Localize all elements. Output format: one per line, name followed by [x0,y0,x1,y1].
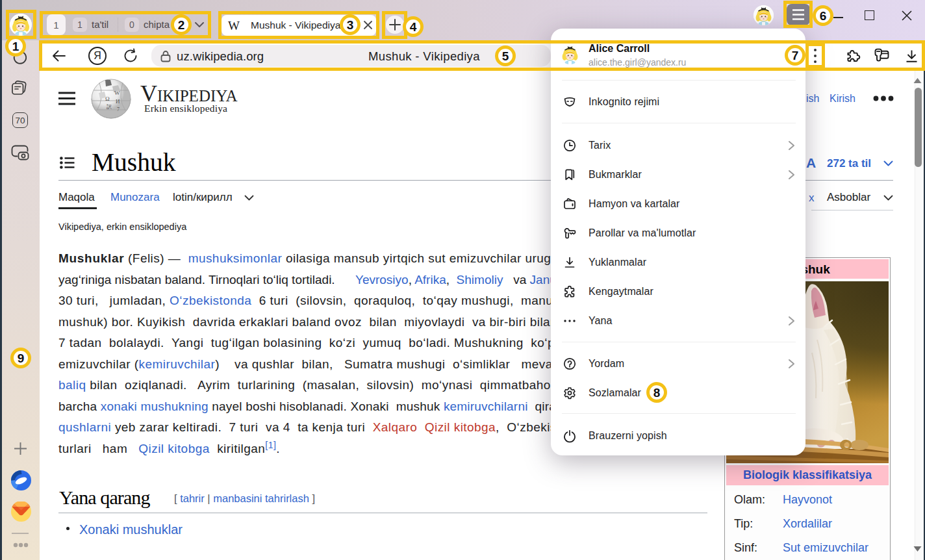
svg-text:訳: 訳 [107,104,112,110]
svg-text:W: W [114,90,120,96]
svg-text:7: 7 [117,107,120,112]
svg-text:И: И [116,98,120,105]
svg-text:Ω: Ω [105,95,110,102]
